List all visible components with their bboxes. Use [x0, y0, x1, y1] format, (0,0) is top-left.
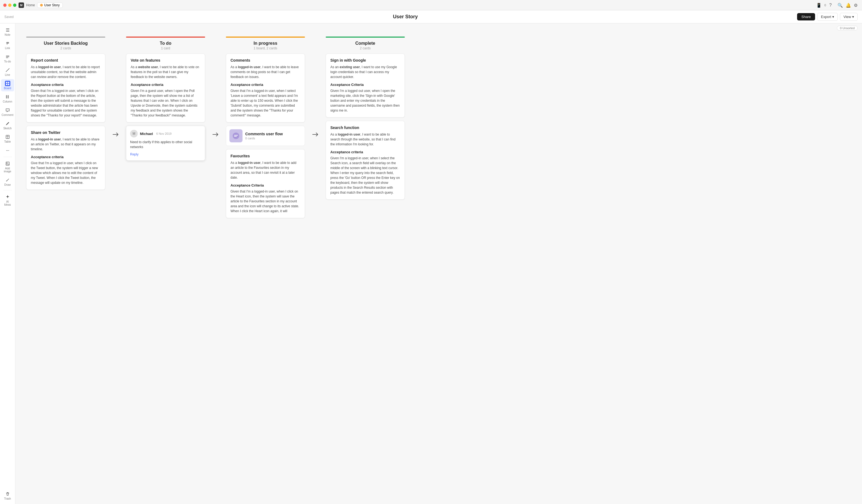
tab-home[interactable]: Home — [26, 3, 35, 7]
sidebar-item-note[interactable]: ☰ Note — [1, 26, 14, 38]
card-section-acceptance-report: Acceptance criteria — [31, 83, 101, 87]
column-title-complete: Complete — [326, 41, 405, 46]
card-title-vote: Vote on features — [131, 58, 200, 63]
card-comments-user-flow[interactable]: Comments user flow 0 cards — [226, 126, 305, 146]
help-icon[interactable]: ? — [829, 3, 834, 8]
close-button[interactable] — [3, 3, 6, 7]
sidebar-item-table[interactable]: Table — [1, 133, 14, 145]
bell-icon[interactable]: 🔔 — [846, 3, 851, 8]
sidebar-item-board[interactable]: Board — [1, 79, 14, 91]
svg-rect-5 — [8, 82, 9, 83]
saved-status: Saved — [4, 15, 14, 19]
svg-point-16 — [233, 133, 239, 139]
sidebar-link-label: Link — [5, 47, 10, 50]
arrow-backlog-todo — [112, 34, 119, 218]
svg-rect-4 — [6, 82, 8, 83]
tab-current[interactable]: User Story — [37, 2, 63, 8]
svg-rect-0 — [6, 56, 9, 56]
svg-point-15 — [6, 162, 8, 163]
comment-text: Need to clarify if this applies to other… — [130, 140, 201, 149]
column-header-complete: Complete 2 cards — [326, 34, 405, 50]
card-title-search: Search function — [330, 125, 400, 130]
column-bar-todo — [126, 37, 205, 38]
sidebar-item-link[interactable]: Link — [1, 39, 14, 51]
arrow-icon — [112, 131, 119, 138]
titlebar-actions: 📱 0 ? 🔍 🔔 ⚙ — [816, 3, 859, 8]
board-card-image — [230, 129, 243, 142]
view-label: View — [844, 15, 851, 19]
line-icon — [5, 67, 10, 73]
sidebar-sketch-label: Sketch — [3, 127, 12, 130]
column-title-backlog: User Stories Backlog — [26, 41, 105, 46]
fullscreen-button[interactable] — [13, 3, 16, 7]
main-layout: ☰ Note Link To-do Line Board — [0, 24, 862, 504]
topbar-actions: Share Export ▾ View ▾ — [797, 13, 858, 21]
column-icon — [5, 94, 10, 100]
tab-dot — [40, 4, 43, 6]
sidebar-trash-label: Trash — [4, 497, 11, 500]
arrow-icon-3 — [312, 131, 319, 138]
column-bar-inprogress — [226, 37, 305, 38]
view-button[interactable]: View ▾ — [840, 13, 858, 21]
table-icon — [5, 134, 10, 140]
column-subtitle-backlog: 2 cards — [26, 47, 105, 50]
sidebar-item-todo[interactable]: To-do — [1, 52, 14, 65]
sidebar-item-line[interactable]: Line — [1, 66, 14, 78]
chevron-down-icon: ▾ — [832, 15, 834, 19]
sidebar-item-sketch[interactable]: Sketch — [1, 119, 14, 131]
add-image-icon — [5, 161, 10, 167]
card-section-acceptance-google: Acceptance Criteria — [330, 83, 400, 87]
card-body-search: Given I'm a logged-in user, when I selec… — [330, 156, 400, 195]
card-search-function[interactable]: Search function As a logged-in user, I w… — [326, 121, 405, 200]
column-header-inprogress: In progress 1 board, 2 cards — [226, 34, 305, 50]
device-icon[interactable]: 📱 — [816, 3, 821, 8]
board-icon — [5, 81, 10, 86]
app-icon: M — [18, 2, 24, 8]
board-card-title: Comments user flow — [245, 132, 283, 136]
sidebar-column-label: Column — [3, 100, 12, 103]
sidebar-draw-label: Draw — [4, 183, 11, 186]
canvas[interactable]: 0 Unsorted User Stories Backlog 2 cards … — [15, 24, 862, 504]
settings-icon[interactable]: ⚙ — [854, 3, 859, 8]
card-body-twitter: Give that I'm a logged in user, when I c… — [31, 161, 101, 185]
sidebar-divider-2 — [3, 190, 12, 190]
sidebar: ☰ Note Link To-do Line Board — [0, 24, 15, 504]
sidebar-add-image-label: Add image — [3, 167, 12, 173]
card-body-vote: Given I'm a guest user, when I open the … — [131, 88, 200, 118]
card-intro-google: As an existing user, I want to use my Go… — [330, 65, 400, 79]
export-button[interactable]: Export ▾ — [817, 13, 838, 21]
search-icon[interactable]: 🔍 — [837, 3, 843, 8]
card-intro-favourites: As a logged-in user, I want to be able t… — [231, 160, 300, 180]
card-vote-features[interactable]: Vote on features As a website user, I wa… — [126, 53, 205, 122]
card-comments[interactable]: Comments As a logged-in user, I want to … — [226, 53, 305, 122]
sidebar-item-trash[interactable]: Trash — [1, 490, 14, 502]
comment-date: 6 Nov 2019 — [156, 132, 172, 135]
more-icon: ··· — [5, 148, 10, 153]
tab-label: User Story — [44, 3, 60, 7]
card-favourites[interactable]: Favourites As a logged-in user, I want t… — [226, 149, 305, 218]
svg-rect-14 — [6, 162, 9, 165]
sidebar-item-ai-ideas[interactable]: AI Ideas — [1, 193, 14, 208]
sidebar-item-add-image[interactable]: Add image — [1, 159, 14, 174]
share-button[interactable]: Share — [797, 13, 815, 21]
sidebar-item-draw[interactable]: Draw — [1, 176, 14, 188]
sidebar-item-column[interactable]: Column — [1, 92, 14, 105]
card-sign-in-google[interactable]: Sign in with Google As an existing user,… — [326, 53, 405, 118]
draw-icon — [5, 177, 10, 183]
svg-rect-2 — [6, 57, 8, 58]
sidebar-item-comment[interactable]: Comment — [1, 106, 14, 118]
comment-popup[interactable]: M Michael 6 Nov 2019 Need to clarify if … — [126, 126, 205, 161]
card-report-content[interactable]: Report content As a logged-in user, I wa… — [26, 53, 105, 122]
arrow-icon-2 — [212, 131, 219, 138]
notification-count: 0 — [824, 3, 826, 7]
comment-reply[interactable]: Reply — [130, 152, 139, 156]
card-title-favourites: Favourites — [231, 154, 300, 158]
svg-rect-1 — [6, 57, 9, 57]
card-intro-twitter: As a logged-in user, I want to be able t… — [31, 137, 101, 151]
card-share-twitter[interactable]: Share on Twitter As a logged-in user, I … — [26, 126, 105, 190]
sidebar-item-more[interactable]: ··· — [1, 146, 14, 155]
svg-rect-9 — [8, 95, 9, 98]
column-body-inprogress: Comments As a logged-in user, I want to … — [226, 53, 305, 218]
card-title-report: Report content — [31, 58, 101, 63]
minimize-button[interactable] — [8, 3, 11, 7]
